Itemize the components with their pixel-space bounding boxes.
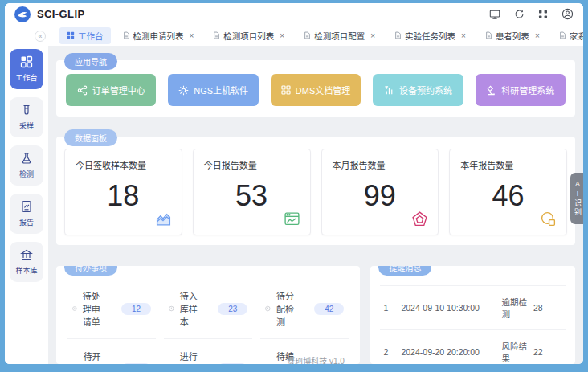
app-nav-buttons: 订单管理中心 NGS上机软件 <box>66 74 566 106</box>
report-browser-icon <box>284 211 300 227</box>
stat-value: 18 <box>76 179 171 213</box>
todo-count: 23 <box>218 303 247 315</box>
sidebar-item-label: 报告 <box>19 217 34 227</box>
stat-title: 本年报告数量 <box>460 158 556 171</box>
bank-building-icon <box>20 248 33 263</box>
tab-label: 检测项目列表 <box>223 30 274 42</box>
dms-docs-button[interactable]: DMS文档管理 <box>271 74 361 106</box>
tab-label: 实验任务列表 <box>405 30 455 42</box>
messages-table: 1 2024-09-10 10:30:00 逾期检测 28 2 2024-09-… <box>380 285 566 364</box>
sidebar-item-testing[interactable]: 检测 <box>10 145 43 186</box>
data-panel-badge: 数据面板 <box>64 129 117 146</box>
todo-label: 待开始实验 <box>84 350 108 364</box>
sidebar-item-workbench[interactable]: 工作台 <box>10 49 43 89</box>
sidebar-item-sample-bank[interactable]: 样本库 <box>10 242 43 282</box>
app-window: SCI-GLIP <box>5 3 583 364</box>
monitor-icon[interactable] <box>489 9 500 20</box>
close-tab-icon[interactable]: × <box>535 31 540 40</box>
flask-icon <box>20 152 33 166</box>
workbench-grid-icon <box>20 55 33 70</box>
file-icon <box>123 31 130 39</box>
tab-test-request-list[interactable]: 检测申请列表 × <box>116 27 202 44</box>
sidebar-item-label: 样本库 <box>15 265 37 276</box>
todo-pending-requests[interactable]: 待处理申请单 12 <box>67 279 156 339</box>
circle-square-icon <box>540 211 557 227</box>
todo-panel: 待办事项 待处理申请单 12 <box>56 266 360 364</box>
tab-test-project-list[interactable]: 检测项目列表 × <box>206 27 292 44</box>
device-booking-button[interactable]: 设备预约系统 <box>373 74 463 106</box>
tab-workbench[interactable]: 工作台 <box>59 27 111 44</box>
sidebar-collapse-button[interactable]: « <box>35 31 46 42</box>
file-icon <box>485 31 492 39</box>
ai-recognition-side-tab[interactable]: AI识别 <box>570 173 583 224</box>
stat-card-reports-year: 本年报告数量 46 <box>449 149 567 235</box>
ngs-software-button[interactable]: NGS上机软件 <box>168 74 258 106</box>
message-index: 1 <box>383 303 401 313</box>
message-label: 逾期检测 <box>501 296 533 320</box>
tab-patient-list[interactable]: 患者列表 × <box>478 27 547 44</box>
todo-tests-to-assign[interactable]: 待分配检测 42 <box>260 279 349 339</box>
topbar-actions <box>489 8 574 20</box>
tab-experiment-task-list[interactable]: 实验任务列表 × <box>387 27 473 44</box>
apps-grid-icon[interactable] <box>538 10 548 19</box>
tab-family-list[interactable]: 家系列表 × <box>552 27 583 44</box>
message-row: 2 2024-09-20 20:20:00 风险结果 22 <box>380 330 566 364</box>
app-title: SCI-GLIP <box>37 8 85 20</box>
app-nav-panel: 应用导航 订单管理中心 <box>56 60 575 117</box>
tab-test-project-config[interactable]: 检测项目配置 × <box>296 27 382 44</box>
sidebar-item-report[interactable]: 报告 <box>10 194 43 234</box>
stat-card-reports-month: 本月报告数量 99 <box>321 149 439 235</box>
todo-label: 待编写报告 <box>276 350 300 364</box>
todo-count: 23 <box>218 363 247 365</box>
refresh-icon[interactable] <box>514 9 525 19</box>
messages-panel: 提醒消息 1 2024-09-10 10:30:00 逾期检测 28 2 202… <box>370 266 575 364</box>
avatar-icon[interactable] <box>561 8 574 20</box>
stat-value: 46 <box>460 179 556 213</box>
todo-label: 进行中任务 <box>180 350 204 364</box>
close-tab-icon[interactable]: × <box>370 31 375 40</box>
order-management-button[interactable]: 订单管理中心 <box>66 74 156 106</box>
grid-icon <box>281 85 291 95</box>
sidebar-item-sampling[interactable]: 采样 <box>10 97 43 137</box>
stat-cards: 今日签收样本数量 18 今日报告数量 53 <box>64 149 567 235</box>
tab-label: 患者列表 <box>496 30 529 42</box>
todo-label: 待分配检测 <box>276 289 300 328</box>
stat-value: 99 <box>333 179 428 213</box>
message-count: 22 <box>533 347 562 357</box>
app-button-label: 科研管理系统 <box>501 84 554 96</box>
todo-tasks-in-progress[interactable]: 进行中任务 23 <box>164 339 252 364</box>
file-icon <box>213 31 220 39</box>
report-doc-icon <box>20 200 33 215</box>
app-button-label: 设备预约系统 <box>399 84 452 96</box>
todo-label: 待入库样本 <box>180 289 204 328</box>
file-icon <box>559 31 566 39</box>
dashboard-body: 应用导航 订单管理中心 <box>48 46 583 364</box>
sidebar-item-label: 工作台 <box>15 72 37 83</box>
message-index: 2 <box>383 347 401 357</box>
tab-label: 家系列表 <box>570 30 583 42</box>
main-area: « 工作台 采样 <box>5 25 583 364</box>
sidebar: « 工作台 采样 <box>5 25 48 364</box>
app-button-label: 订单管理中心 <box>92 84 145 96</box>
clock-icon <box>72 304 77 313</box>
close-tab-icon[interactable]: × <box>280 31 284 40</box>
close-tab-icon[interactable]: × <box>190 31 194 40</box>
sidebar-item-label: 采样 <box>19 121 34 131</box>
tab-bar: 工作台 检测申请列表 × 检测项目列表 × <box>48 25 583 46</box>
todo-samples-to-store[interactable]: 待入库样本 23 <box>164 279 252 339</box>
data-panel: 数据面板 今日签收样本数量 18 <box>56 137 575 245</box>
todo-experiments-to-start[interactable]: 待开始实验 34 <box>67 339 156 364</box>
sidebar-item-label: 检测 <box>19 169 34 179</box>
todo-reports-to-write[interactable]: 待编写报告 14 <box>260 339 349 364</box>
gear-icon <box>178 85 189 96</box>
research-management-button[interactable]: 科研管理系统 <box>476 74 566 106</box>
share-nodes-icon <box>77 85 88 96</box>
file-icon <box>304 31 311 39</box>
app-logo <box>14 6 31 22</box>
file-icon <box>394 31 402 39</box>
close-tab-icon[interactable]: × <box>461 31 466 40</box>
message-label: 风险结果 <box>501 340 533 364</box>
message-time: 2024-09-20 20:20:00 <box>401 347 501 357</box>
todo-count: 34 <box>121 363 151 365</box>
bottom-row: 待办事项 待处理申请单 12 <box>56 259 575 364</box>
